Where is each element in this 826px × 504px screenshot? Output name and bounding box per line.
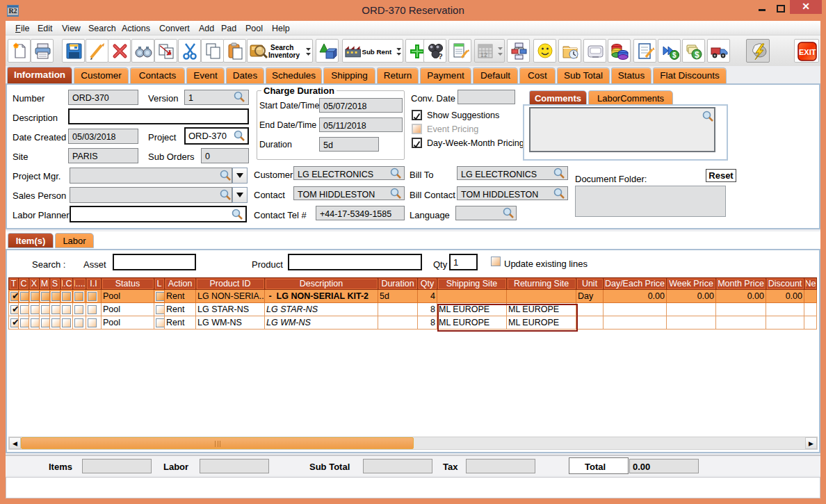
svg-text:?: ?	[438, 52, 443, 60]
svg-text:Search: Search	[270, 44, 293, 51]
svg-text:$: $	[695, 50, 699, 60]
svg-text:EXIT: EXIT	[799, 48, 816, 56]
svg-text:$: $	[672, 51, 677, 59]
svg-text:Sub Rent: Sub Rent	[362, 48, 392, 56]
svg-text:12: 12	[480, 51, 487, 58]
svg-text:Inventory: Inventory	[268, 51, 300, 59]
